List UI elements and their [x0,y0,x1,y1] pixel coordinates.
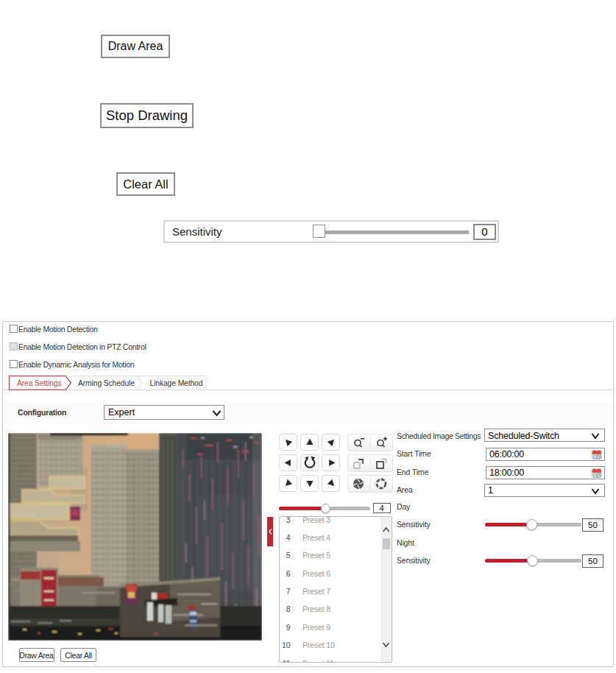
svg-text:Linkage Method: Linkage Method [150,379,203,387]
svg-text:Area Settings: Area Settings [17,379,62,387]
svg-text:Arming Schedule: Arming Schedule [78,379,135,387]
